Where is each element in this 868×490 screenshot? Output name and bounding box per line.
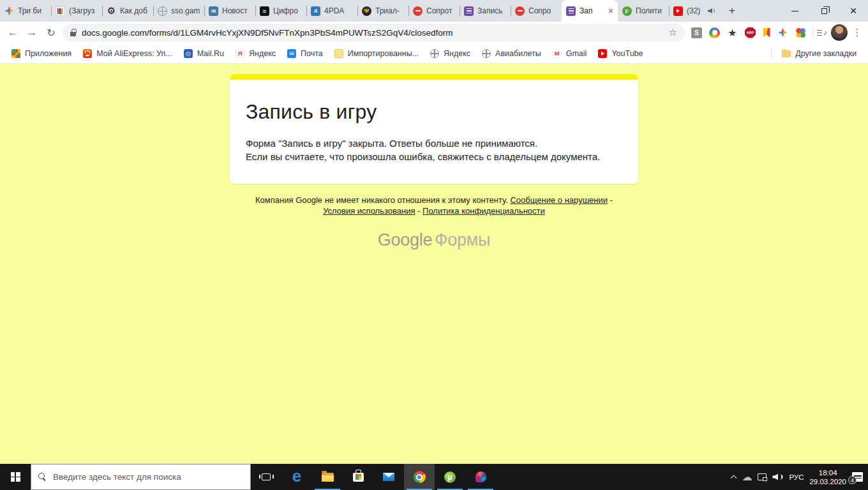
google-forms-logo: GoogleФормы bbox=[0, 230, 868, 250]
utorrent-icon bbox=[444, 471, 456, 483]
tab-title: Новост bbox=[222, 6, 251, 15]
bookmark-item[interactable]: Авиабилеты bbox=[477, 47, 546, 61]
tab-audio-icon[interactable] bbox=[708, 8, 715, 14]
minimize-button[interactable] bbox=[780, 0, 809, 22]
browser-tab[interactable]: Цифро bbox=[255, 0, 306, 22]
language-indicator[interactable]: РУС bbox=[789, 473, 804, 481]
mail-badge-icon bbox=[287, 49, 296, 58]
store-button[interactable] bbox=[343, 464, 373, 490]
tray-expand-icon[interactable] bbox=[731, 475, 737, 481]
gear-icon bbox=[107, 6, 116, 16]
disclaimer-link[interactable]: Сообщение о нарушении bbox=[510, 195, 608, 205]
bookmark-item[interactable]: Почта bbox=[282, 47, 328, 61]
browser-tab[interactable]: sso.gam bbox=[153, 0, 204, 22]
taskbar-search-box[interactable]: Введите здесь текст для поиска bbox=[31, 464, 251, 490]
star-extension-icon[interactable] bbox=[727, 27, 738, 38]
forms-icon bbox=[566, 6, 576, 16]
bookmark-label: Авиабилеты bbox=[495, 49, 541, 58]
blocked-icon bbox=[413, 6, 423, 16]
form-theme-bar bbox=[230, 74, 638, 80]
chrome-icon bbox=[414, 471, 426, 483]
mail-button[interactable] bbox=[373, 464, 404, 490]
search-placeholder: Введите здесь текст для поиска bbox=[53, 472, 181, 482]
utorrent-button[interactable] bbox=[435, 464, 465, 490]
globe-icon bbox=[158, 6, 167, 16]
clock[interactable]: 18:04 29.03.2020 bbox=[809, 468, 846, 486]
bookmark-item[interactable]: Приложения bbox=[6, 47, 77, 61]
browser-tab[interactable]: Три би bbox=[0, 0, 51, 22]
browser-tab[interactable]: Сопрот bbox=[408, 0, 460, 22]
forward-button[interactable]: → bbox=[24, 25, 40, 40]
gmail-icon bbox=[553, 49, 562, 58]
tab-title: Запись bbox=[477, 6, 506, 15]
file-explorer-button[interactable] bbox=[312, 464, 343, 490]
notification-count-badge: 4 bbox=[848, 476, 857, 484]
new-tab-button[interactable]: + bbox=[724, 3, 740, 19]
disclaimer-link[interactable]: Политика конфиденциальности bbox=[423, 206, 545, 216]
profile-avatar[interactable] bbox=[831, 24, 848, 41]
disclaimer-link[interactable]: Условия использования bbox=[323, 206, 415, 216]
onedrive-icon[interactable]: ☁ bbox=[742, 472, 752, 482]
playlist-icon bbox=[817, 30, 822, 36]
action-center-button[interactable]: 4 bbox=[852, 472, 863, 482]
dots-extension-icon[interactable] bbox=[795, 27, 806, 38]
bookmark-item[interactable]: Мой AliExpress: Уп... bbox=[78, 47, 177, 61]
flag-extension-icon[interactable] bbox=[763, 27, 770, 38]
browser-tab[interactable]: 4PDA bbox=[306, 0, 357, 22]
bookmark-item[interactable]: Яндекс bbox=[425, 47, 475, 61]
bookmark-item[interactable]: Яндекс bbox=[230, 47, 281, 61]
doc-icon bbox=[334, 49, 343, 58]
chrome-button[interactable] bbox=[404, 464, 435, 490]
browser-tab[interactable]: Сопро bbox=[511, 0, 562, 22]
tab-title: Зап bbox=[580, 6, 607, 15]
abp-extension-icon[interactable] bbox=[745, 27, 756, 38]
media-controls-button[interactable]: ♪ bbox=[817, 28, 827, 37]
tab-title: Три би bbox=[18, 6, 47, 15]
other-bookmarks-button[interactable]: Другие закладки bbox=[777, 47, 862, 61]
tab-active[interactable]: Зап× bbox=[562, 0, 618, 22]
browser-tab[interactable]: Запись bbox=[460, 0, 511, 22]
tab-title: Цифро bbox=[273, 6, 302, 15]
bookmark-label: Яндекс bbox=[249, 49, 276, 58]
sparkle-extension-icon[interactable] bbox=[777, 27, 788, 38]
task-view-button[interactable] bbox=[251, 464, 281, 490]
yandex-icon bbox=[236, 49, 244, 58]
form-closed-page: Запись в игру Форма "Запись в игру" закр… bbox=[0, 64, 868, 464]
back-button[interactable]: ← bbox=[5, 25, 20, 40]
paint-button[interactable] bbox=[465, 464, 496, 490]
address-bar[interactable]: docs.google.com/forms/d/1LGM4rvHcYxjXN9D… bbox=[63, 24, 685, 41]
browser-tab[interactable]: (32) bbox=[669, 0, 720, 22]
forms-wordmark: Формы bbox=[435, 230, 490, 249]
blocked-icon bbox=[515, 6, 525, 16]
close-window-button[interactable]: × bbox=[839, 0, 868, 22]
bookmark-item[interactable]: Gmail bbox=[548, 47, 592, 61]
youtube-icon bbox=[598, 49, 607, 58]
edge-button[interactable]: e bbox=[281, 464, 312, 490]
volume-icon[interactable] bbox=[772, 473, 783, 481]
bookmark-item[interactable]: Импортированны... bbox=[329, 47, 424, 61]
network-icon[interactable] bbox=[758, 473, 767, 480]
bookmarks-bar: ПриложенияМой AliExpress: Уп...Mail.RuЯн… bbox=[0, 43, 868, 64]
s-extension-icon[interactable] bbox=[691, 27, 702, 38]
bookmark-label: Почта bbox=[301, 49, 323, 58]
restore-button[interactable] bbox=[809, 0, 839, 22]
start-button[interactable] bbox=[0, 464, 31, 490]
tab-close-icon[interactable]: × bbox=[608, 6, 613, 15]
other-bookmarks-label: Другие закладки bbox=[795, 49, 857, 58]
bookmark-star-icon[interactable]: ☆ bbox=[669, 27, 677, 38]
browser-tab[interactable]: Как доб bbox=[102, 0, 153, 22]
browser-tab[interactable]: Триал- bbox=[357, 0, 408, 22]
reload-button[interactable]: ↻ bbox=[43, 25, 59, 40]
fandom-icon bbox=[622, 6, 632, 16]
tab-title: Сопрот bbox=[426, 6, 455, 15]
browser-tab[interactable]: Полити bbox=[618, 0, 669, 22]
url-text[interactable]: docs.google.com/forms/d/1LGM4rvHcYxjXN9D… bbox=[82, 28, 663, 38]
bookmark-item[interactable]: YouTube bbox=[593, 47, 648, 61]
browser-tab[interactable]: (Загруз bbox=[51, 0, 102, 22]
bookmark-item[interactable]: Mail.Ru bbox=[179, 47, 229, 61]
shopping-extension-icon[interactable] bbox=[709, 27, 720, 38]
browser-tab[interactable]: Новост bbox=[204, 0, 255, 22]
system-tray: ☁ РУС 18:04 29.03.2020 4 bbox=[731, 464, 868, 490]
browser-menu-button[interactable]: ⋮ bbox=[851, 27, 863, 38]
google-disclaimer: Компания Google не имеет никакого отноше… bbox=[243, 195, 625, 216]
